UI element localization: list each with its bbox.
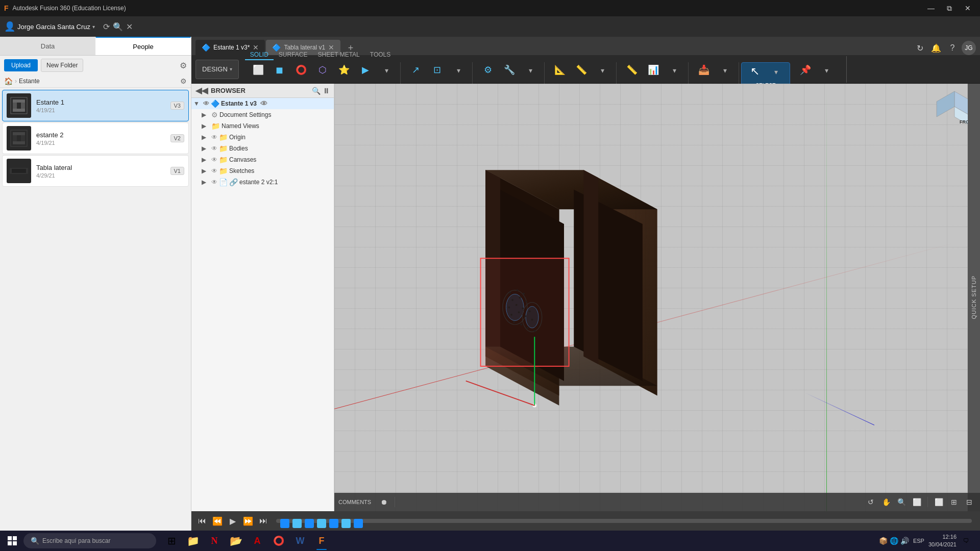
quick-setup-panel[interactable]: QUICK SETUP <box>968 84 980 511</box>
taskbar-netflix-button[interactable]: N <box>204 531 225 551</box>
timeline-marker-5[interactable] <box>329 519 338 528</box>
taskbar-taskview-button[interactable]: ⊞ <box>161 531 182 551</box>
create-extrude-button[interactable]: ⬜ <box>248 62 268 79</box>
timeline-marker-2[interactable] <box>292 519 302 528</box>
restore-button[interactable]: ⧉ <box>941 3 958 13</box>
modify-more-button[interactable]: ▾ <box>449 64 469 77</box>
create-sketch-button[interactable]: ▶ <box>355 62 376 79</box>
zoom-button[interactable]: 🔍 <box>895 495 908 509</box>
timeline-bar[interactable] <box>276 519 972 523</box>
breadcrumb-home[interactable]: 🏠 <box>4 77 13 85</box>
inspect-more-button[interactable]: ▾ <box>665 64 685 77</box>
refresh-icon[interactable]: ⟳ <box>103 22 110 32</box>
timeline-forward-button[interactable]: ⏩ <box>241 514 255 528</box>
pan-button[interactable]: ✋ <box>879 495 893 509</box>
create-sweep-button[interactable]: ⬡ <box>312 62 333 79</box>
origin-eye[interactable]: 👁 <box>211 134 217 141</box>
help-button[interactable]: ? <box>945 41 960 55</box>
create-more-button[interactable]: ▾ <box>377 64 397 77</box>
comments-record-button[interactable]: ⏺ <box>377 495 390 509</box>
dropbox-icon[interactable]: 📦 <box>879 537 888 545</box>
toolbar-tab-sheet-metal[interactable]: SHEET METAL <box>313 50 365 60</box>
construct-more-button[interactable]: ▾ <box>593 64 613 77</box>
file-item-estante2[interactable]: estante 2 4/19/21 V2 <box>2 122 189 154</box>
browser-expand-button[interactable]: ⏸ <box>323 87 330 95</box>
taskbar-search-input[interactable] <box>42 537 144 544</box>
assemble-joint-button[interactable]: 🔧 <box>499 62 520 79</box>
orbit-button[interactable]: ↺ <box>864 495 877 509</box>
assemble-more-button[interactable]: ▾ <box>521 64 541 77</box>
select-button[interactable]: ↖ <box>745 63 765 81</box>
position-more-button[interactable]: ▾ <box>817 64 837 77</box>
taskbar-fileexplorer-button[interactable]: 📁 <box>183 531 203 551</box>
browser-item-origin[interactable]: ▶ 👁 📁 Origin <box>191 132 334 143</box>
new-folder-button[interactable]: New Folder <box>41 59 83 72</box>
browser-item-bodies[interactable]: ▶ 👁 📁 Bodies <box>191 143 334 154</box>
select-more-button[interactable]: ▾ <box>766 66 787 78</box>
tab-people[interactable]: People <box>95 37 191 55</box>
taskbar-app-red-button[interactable]: ⭕ <box>268 531 289 551</box>
taskbar-word-button[interactable]: W <box>290 531 310 551</box>
browser-search-button[interactable]: 🔍 <box>312 87 321 95</box>
sketches-arrow[interactable]: ▶ <box>202 167 210 174</box>
position-button[interactable]: 📌 <box>795 62 816 79</box>
timeline-marker-6[interactable] <box>341 519 351 528</box>
timeline-marker-1[interactable] <box>280 519 289 528</box>
timeline-play-button[interactable]: ▶ <box>226 514 239 528</box>
user-avatar[interactable]: JG <box>962 41 976 55</box>
origin-arrow[interactable]: ▶ <box>202 134 210 141</box>
search-icon[interactable]: 🔍 <box>113 22 123 32</box>
browser-item-canvases[interactable]: ▶ 👁 📁 Canvases <box>191 154 334 165</box>
root-watch-icon[interactable]: 👁 <box>260 99 267 108</box>
bodies-eye[interactable]: 👁 <box>211 145 217 152</box>
browser-item-named-views[interactable]: ▶ 📁 Named Views <box>191 120 334 132</box>
minimize-button[interactable]: — <box>923 3 939 13</box>
create-loft-button[interactable]: ⭐ <box>334 62 354 79</box>
design-button[interactable]: DESIGN ▾ <box>195 60 239 79</box>
inspect-analysis-button[interactable]: 📊 <box>643 62 664 79</box>
canvases-arrow[interactable]: ▶ <box>202 156 210 163</box>
bodies-arrow[interactable]: ▶ <box>202 145 210 152</box>
speaker-icon[interactable]: 🔊 <box>900 537 909 545</box>
notification-button[interactable]: 🔔 <box>929 41 943 55</box>
inspect-measure-button[interactable]: 📏 <box>622 62 642 79</box>
network-icon[interactable]: 🌐 <box>890 537 898 545</box>
file-version-estante2[interactable]: V2 <box>170 134 184 142</box>
upload-button[interactable]: Upload <box>4 59 38 71</box>
estante2-ref-arrow[interactable]: ▶ <box>202 179 210 186</box>
view-mode-button[interactable]: ⬜ <box>932 495 945 509</box>
tab-data[interactable]: Data <box>0 37 95 55</box>
assemble-new-component-button[interactable]: ⚙ <box>478 62 498 79</box>
close-button[interactable]: ✕ <box>960 3 976 13</box>
toolbar-tab-surface[interactable]: SURFACE <box>274 50 313 60</box>
file-item-tabla[interactable]: Tabla lateral 4/29/21 V1 <box>2 155 189 187</box>
account-button[interactable]: 👤 Jorge Garcia Santa Cruz ▾ <box>4 21 95 32</box>
insert-more-button[interactable]: ▾ <box>715 64 736 77</box>
breadcrumb-item[interactable]: Estante <box>19 78 40 85</box>
taskbar-datetime[interactable]: 12:16 30/04/2021 <box>928 533 957 549</box>
create-3d-button[interactable]: ◼ <box>270 62 290 79</box>
toolbar-tab-solid[interactable]: SOLID <box>245 50 274 60</box>
taskbar-fusion-button[interactable]: F <box>311 531 332 551</box>
modify-press-pull-button[interactable]: ↗ <box>406 62 426 79</box>
taskbar-acrobat-button[interactable]: A <box>247 531 267 551</box>
timeline-marker-7[interactable] <box>354 519 363 528</box>
file-item-estante1[interactable]: Estante 1 4/19/21 V3 <box>2 90 189 121</box>
grid-button[interactable]: ⊞ <box>947 495 961 509</box>
estante2-ref-eye[interactable]: 👁 <box>211 179 217 186</box>
breadcrumb-settings[interactable]: ⚙ <box>180 77 187 85</box>
refresh-doc-button[interactable]: ↻ <box>913 41 927 55</box>
construct-plane-button[interactable]: 📐 <box>550 62 570 79</box>
file-version-estante1[interactable]: V3 <box>170 102 184 110</box>
timeline-marker-3[interactable] <box>305 519 314 528</box>
notification-panel-button[interactable]: 🗨 <box>959 531 974 551</box>
insert-button[interactable]: 📥 <box>694 62 714 79</box>
taskbar-folder-button[interactable]: 📂 <box>226 531 246 551</box>
root-expand-arrow[interactable]: ▼ <box>193 100 202 107</box>
start-button[interactable] <box>2 531 22 551</box>
browser-collapse-icon[interactable]: ◀◀ <box>195 86 208 95</box>
timeline-marker-4[interactable] <box>317 519 326 528</box>
file-version-tabla[interactable]: V1 <box>170 167 184 175</box>
language-indicator[interactable]: ESP <box>911 538 926 544</box>
browser-item-root[interactable]: ▼ 👁 🔷 Estante 1 v3 👁 <box>191 98 334 109</box>
